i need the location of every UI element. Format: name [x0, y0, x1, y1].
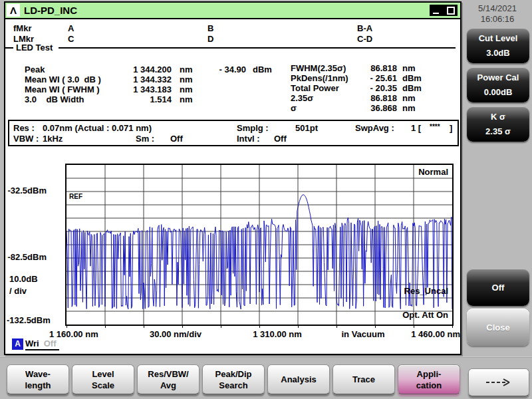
softkey-label: Power Cal	[477, 72, 519, 82]
intvl-value: Off	[274, 134, 287, 144]
x-label-stop: 1 460.00 nm	[380, 329, 460, 339]
softkey-value: 2.35 σ	[485, 126, 511, 136]
meas-label: σ	[291, 103, 297, 113]
app-logo-icon: Λ	[7, 4, 20, 17]
menu-label: Trace	[352, 374, 375, 385]
sm-label: Sm :	[136, 134, 154, 144]
softkey-close[interactable]: Close	[467, 309, 529, 346]
softkey-value: 0.00dB	[484, 87, 513, 97]
meas-unit2: dBm	[253, 65, 272, 74]
meas-value: - 20.35	[350, 83, 397, 93]
maximize-icon	[447, 7, 455, 15]
res-uncal-annotation: Res_Uncal	[404, 286, 448, 296]
meas-unit: nm	[180, 94, 193, 104]
swpavg-label: SwpAvg :	[355, 124, 394, 133]
softkey-label: Cut Level	[479, 33, 518, 43]
window-controls	[430, 5, 458, 16]
meas-unit: nm	[402, 63, 416, 73]
spectrum-trace-svg	[66, 165, 452, 325]
meas-unit: dBm	[402, 73, 422, 83]
smplg-label: Smplg :	[237, 124, 269, 133]
meas-label: Mean WI ( FWHM )	[25, 84, 100, 94]
menu-analysis[interactable]: Analysis	[267, 364, 330, 394]
menu-application[interactable]: Appli- cation	[398, 364, 460, 394]
fmkr-col-a: A	[68, 23, 74, 33]
x-axis-ticks	[66, 325, 453, 328]
res-label: Res :	[13, 124, 35, 133]
x-label-start: 1 160.00 nm	[49, 329, 98, 339]
intvl-label: Intvl :	[237, 134, 260, 144]
meas-unit: nm	[180, 84, 193, 94]
meas-label: Peak	[25, 65, 45, 74]
menu-label: Level	[92, 368, 114, 380]
meas-unit: nm	[402, 103, 416, 113]
meas-value: - 25.61	[350, 73, 397, 83]
y-label-ref: -32.5dBm	[7, 186, 47, 196]
meas-unit: nm	[180, 74, 193, 84]
softkey-label: K σ	[491, 112, 505, 122]
fmkr-label: fMkr	[13, 23, 31, 33]
y-scale-line2: / div	[9, 286, 27, 296]
swpavg-bracket: ]	[450, 124, 452, 133]
res-value: 0.07nm (Actual : 0.071 nm)	[43, 124, 152, 133]
sm-value: Off	[170, 134, 183, 144]
fmkr-col-ba: B-A	[357, 23, 372, 33]
softkey-label: Off	[492, 283, 505, 293]
section-rule-right	[59, 47, 456, 49]
meas-unit: dBm	[402, 83, 422, 93]
date-text: 5/14/2021	[478, 3, 517, 13]
dashed-right-arrow-icon	[484, 377, 513, 388]
window-title: LD-PD_INC	[24, 5, 77, 16]
meas-value: 36.868	[350, 103, 397, 113]
menu-more-button[interactable]	[468, 368, 529, 396]
sweep-settings-box: Res : 0.07nm (Actual : 0.071 nm) Smplg :…	[8, 120, 459, 146]
meas-value: 1.514	[98, 94, 172, 104]
trace-a-badge[interactable]: A	[12, 338, 23, 350]
fmkr-col-b: B	[207, 23, 213, 33]
title-bar: Λ LD-PD_INC	[5, 3, 460, 19]
time-text: 16:06:16	[481, 14, 515, 24]
softkey-cut-level[interactable]: Cut Level 3.0dB	[467, 28, 529, 63]
y-scale-line1: 10.0dB	[9, 274, 38, 284]
minimize-button[interactable]	[430, 5, 444, 16]
meas-unit: nm	[180, 65, 193, 74]
x-label-center: 1 310.00 nm	[237, 329, 317, 339]
menu-res-vbw-avg[interactable]: Res/VBW/ Avg	[137, 364, 200, 394]
meas-value: 86.818	[350, 63, 397, 73]
meas-label: FWHM(2.35σ)	[291, 63, 346, 73]
menu-label: Wave-	[25, 368, 51, 380]
opt-att-annotation: Opt. Att On	[402, 310, 448, 320]
maximize-button[interactable]	[444, 5, 458, 16]
menu-label: Appli-	[417, 368, 442, 380]
lmkr-col-d: D	[207, 34, 213, 44]
x-label-perdiv: 30.00 nm/div	[136, 329, 215, 339]
minimize-icon	[433, 13, 439, 14]
meas-value: 1 343.183	[98, 84, 172, 94]
section-title: LED Test	[16, 43, 53, 53]
meas-label: 2.35σ	[291, 93, 313, 103]
menu-label: Peak/Dip	[215, 368, 252, 380]
trace-status: Wri Off	[25, 338, 59, 350]
spectrum-plot: REF Normal Res_Uncal Opt. Att On	[65, 164, 454, 326]
softkey-off[interactable]: Off	[467, 269, 529, 306]
meas-label: Mean WI ( 3.0 dB )	[25, 74, 101, 84]
trace-mode-annotation: Normal	[418, 167, 448, 177]
swpavg-stars: ****	[430, 122, 440, 132]
softkey-power-cal[interactable]: Power Cal 0.00dB	[467, 67, 529, 102]
menu-label: Avg	[160, 380, 176, 391]
y-label-bottom: -132.5dBm	[7, 315, 47, 325]
instrument-screen: Λ LD-PD_INC fMkr A B B-A LMkr C D C-D LE…	[4, 1, 462, 355]
menu-peak-dip-search[interactable]: Peak/Dip Search	[202, 364, 265, 394]
softkey-k-sigma[interactable]: K σ 2.35 σ	[467, 106, 529, 142]
swpavg-value: 1 [	[411, 124, 421, 133]
menu-label: Res/VBW/	[148, 368, 188, 380]
meas-label: PkDens(/1nm)	[291, 73, 348, 83]
menu-trace[interactable]: Trace	[332, 364, 395, 394]
lmkr-col-cd: C-D	[357, 34, 372, 44]
trace-state: Off	[44, 338, 57, 348]
datetime-display: 5/14/202116:06:16	[466, 3, 529, 25]
menu-level-scale[interactable]: Level Scale	[72, 364, 134, 394]
meas-value2: - 34.90	[205, 65, 246, 74]
menu-label: Scale	[92, 380, 114, 391]
menu-wavelength[interactable]: Wave- length	[7, 364, 69, 394]
